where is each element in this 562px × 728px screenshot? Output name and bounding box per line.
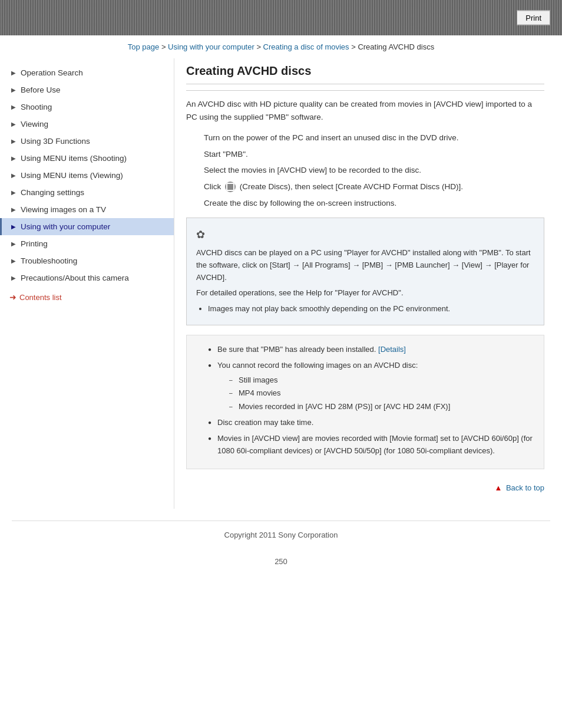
title-divider (186, 90, 544, 91)
arrow-icon: ▶ (11, 172, 16, 179)
sidebar-item-operation-search[interactable]: ▶ Operation Search (0, 64, 174, 81)
copyright: Copyright 2011 Sony Corporation (0, 531, 562, 539)
note-item-2: You cannot record the following images o… (208, 360, 534, 413)
sidebar-item-label: Changing settings (21, 188, 84, 197)
contents-list-link[interactable]: ➜ Contents list (0, 286, 174, 308)
tip-detail: For detailed operations, see the Help fo… (196, 287, 534, 299)
sidebar-item-changing-settings[interactable]: ▶ Changing settings (0, 184, 174, 201)
sidebar-item-label: Troubleshooting (21, 256, 77, 265)
arrow-icon: ▶ (11, 87, 16, 93)
sidebar-item-before-use[interactable]: ▶ Before Use (0, 81, 174, 98)
header-bar: Print (0, 0, 562, 35)
back-to-top-arrow-icon: ▲ (494, 483, 502, 492)
page-number: 250 (0, 551, 562, 572)
content-intro: An AVCHD disc with HD picture quality ca… (186, 98, 544, 123)
arrow-icon: ▶ (11, 275, 16, 281)
sidebar-item-precautions[interactable]: ▶ Precautions/About this camera (0, 269, 174, 286)
main-layout: ▶ Operation Search ▶ Before Use ▶ Shooti… (0, 58, 562, 521)
sidebar-item-label: Using MENU items (Viewing) (21, 171, 123, 180)
create-discs-icon (225, 182, 236, 192)
arrow-icon: ▶ (11, 155, 16, 162)
sidebar-item-3d[interactable]: ▶ Using 3D Functions (0, 133, 174, 150)
content-area: Creating AVCHD discs An AVCHD disc with … (174, 58, 562, 509)
note-item-1: Be sure that "PMB" has already been inst… (208, 344, 534, 356)
step-5: Create the disc by following the on-scre… (204, 197, 544, 210)
sidebar-item-label: Viewing images on a TV (21, 205, 106, 214)
step-3: Select the movies in [AVCHD view] to be … (204, 164, 544, 177)
print-button[interactable]: Print (517, 11, 550, 25)
breadcrumb-creating-disc[interactable]: Creating a disc of movies (263, 42, 349, 51)
sidebar-item-label: Using 3D Functions (21, 137, 90, 146)
notes-list: Be sure that "PMB" has already been inst… (196, 344, 534, 457)
sidebar-item-printing[interactable]: ▶ Printing (0, 235, 174, 252)
arrow-icon: ▶ (11, 258, 16, 264)
note-item-3: Disc creation may take time. (208, 417, 534, 429)
back-to-top-link[interactable]: ▲ Back to top (494, 483, 544, 492)
page-title: Creating AVCHD discs (186, 64, 544, 84)
tip-bullet-1: Images may not play back smoothly depend… (208, 303, 534, 315)
sidebar-item-label: Before Use (21, 85, 61, 94)
note-subitems-2: Still images MP4 movies Movies recorded … (217, 374, 534, 413)
steps-list: Turn on the power of the PC and insert a… (186, 131, 544, 209)
back-to-top[interactable]: ▲ Back to top (186, 479, 544, 497)
sidebar-item-label: Viewing (21, 120, 48, 129)
breadcrumb-using-computer[interactable]: Using with your computer (168, 42, 254, 51)
step-1: Turn on the power of the PC and insert a… (204, 131, 544, 144)
step-4: Click (Create Discs), then select [Creat… (204, 180, 544, 193)
sidebar-item-label: Precautions/About this camera (21, 274, 129, 282)
breadcrumb-current: Creating AVCHD discs (358, 42, 434, 51)
arrow-icon: ▶ (11, 121, 16, 127)
arrow-icon: ▶ (11, 223, 16, 230)
sidebar-item-menu-viewing[interactable]: ▶ Using MENU items (Viewing) (0, 167, 174, 184)
sidebar-item-shooting[interactable]: ▶ Shooting (0, 98, 174, 116)
breadcrumb-top[interactable]: Top page (128, 42, 160, 51)
tip-bullets: Images may not play back smoothly depend… (196, 303, 534, 315)
sidebar-item-viewing[interactable]: ▶ Viewing (0, 116, 174, 133)
sidebar-item-label: Using with your computer (21, 222, 110, 231)
sidebar-item-label: Operation Search (21, 68, 83, 77)
arrow-icon: ▶ (11, 241, 16, 247)
arrow-icon: ▶ (11, 104, 16, 110)
note-text-2: You cannot record the following images o… (217, 361, 418, 370)
arrow-icon: ▶ (11, 189, 16, 196)
note-box: Be sure that "PMB" has already been inst… (186, 335, 544, 469)
contents-list-label: Contents list (19, 293, 62, 302)
back-to-top-label: Back to top (506, 483, 544, 492)
note-subitem-2-2: MP4 movies (229, 387, 534, 400)
sidebar-item-label: Printing (21, 239, 48, 248)
note-subitem-2-3: Movies recorded in [AVC HD 28M (PS)] or … (229, 401, 534, 413)
arrow-icon: ▶ (11, 138, 16, 144)
sidebar-item-troubleshooting[interactable]: ▶ Troubleshooting (0, 252, 174, 269)
note-item-4: Movies in [AVCHD view] are movies record… (208, 433, 534, 457)
step-2: Start "PMB". (204, 148, 544, 161)
contents-arrow-icon: ➜ (9, 292, 16, 302)
footer: Copyright 2011 Sony Corporation (0, 521, 562, 551)
note-text-1: Be sure that "PMB" has already been inst… (217, 345, 376, 354)
sidebar-item-using-computer[interactable]: ▶ Using with your computer (0, 218, 174, 235)
step4-text: (Create Discs), then select [Create AVCH… (240, 182, 463, 191)
tip-text: AVCHD discs can be played on a PC using … (196, 247, 534, 284)
note-subitem-2-1: Still images (229, 374, 534, 387)
tip-icon: ✿ (196, 226, 534, 243)
tip-box: ✿ AVCHD discs can be played on a PC usin… (186, 218, 544, 325)
sidebar-item-menu-shooting[interactable]: ▶ Using MENU items (Shooting) (0, 150, 174, 167)
sidebar-item-label: Using MENU items (Shooting) (21, 154, 127, 163)
sidebar-item-viewing-tv[interactable]: ▶ Viewing images on a TV (0, 201, 174, 218)
arrow-icon: ▶ (11, 206, 16, 213)
breadcrumb: Top page > Using with your computer > Cr… (0, 35, 562, 58)
step4-prefix: Click (204, 182, 221, 191)
sidebar-item-label: Shooting (21, 103, 52, 111)
arrow-icon: ▶ (11, 70, 16, 76)
sidebar: ▶ Operation Search ▶ Before Use ▶ Shooti… (0, 58, 174, 509)
details-link[interactable]: [Details] (378, 345, 406, 354)
